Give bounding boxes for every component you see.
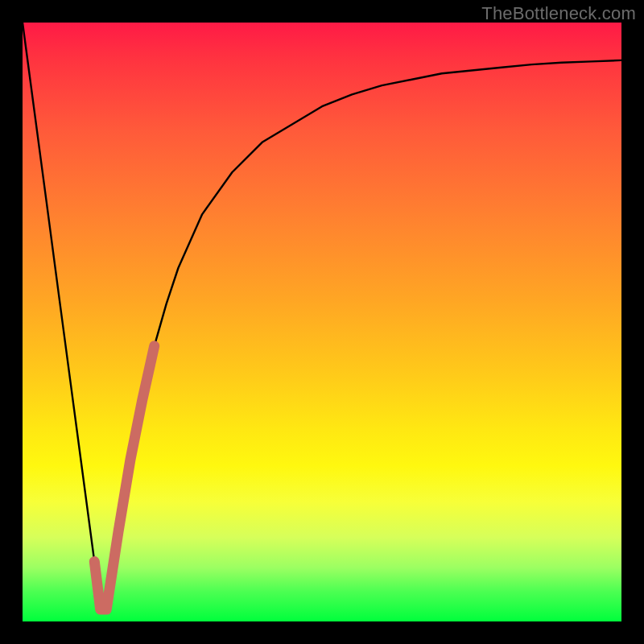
highlight-segment [94,346,154,609]
plot-area [23,23,621,621]
bottleneck-curve [23,23,621,609]
watermark-text: TheBottleneck.com [481,3,636,24]
chart-frame: TheBottleneck.com [0,0,644,644]
curve-svg [23,23,621,621]
